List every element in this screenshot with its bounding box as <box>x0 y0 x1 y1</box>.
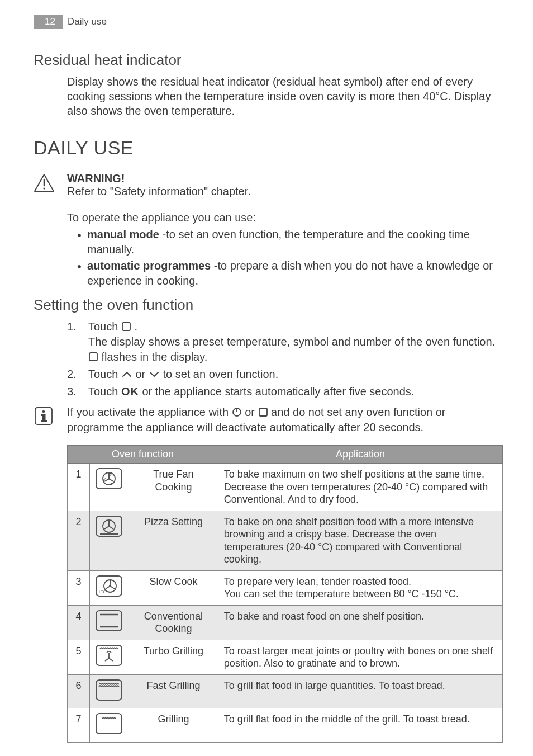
svg-rect-30 <box>96 714 122 734</box>
oven-symbol-slow-icon: LTC <box>89 570 129 605</box>
warning-icon <box>34 173 55 192</box>
oven-symbol-pizza-icon <box>89 511 129 570</box>
svg-point-2 <box>43 187 45 189</box>
function-square-icon <box>258 407 268 417</box>
svg-text:LTC: LTC <box>99 590 106 594</box>
svg-rect-12 <box>259 408 267 416</box>
bullet-auto: automatic programmes -to prepare a dish … <box>77 258 499 289</box>
row-number: 1 <box>68 464 90 511</box>
oven-symbol-fastgrill-icon <box>89 674 129 708</box>
table-row: 6Fast GrillingTo grill flat food in larg… <box>68 674 503 708</box>
oven-symbol-fan-icon <box>89 464 129 511</box>
bullet-manual: manual mode -to set an oven function, th… <box>77 227 499 257</box>
step-3: 3. Touch OK or the appliance starts auto… <box>67 384 499 399</box>
function-application: To bake maximum on two shelf positions a… <box>218 464 502 511</box>
table-header-function: Oven function <box>68 446 218 464</box>
setting-heading: Setting the oven function <box>34 296 499 314</box>
header-rule <box>34 31 499 31</box>
operate-intro: To operate the appliance you can use: <box>67 210 499 225</box>
info-icon <box>34 406 54 426</box>
page-header-title: Daily use <box>68 16 107 27</box>
info-block: If you activate the appliance with or an… <box>34 405 499 435</box>
function-name: Conventional Cooking <box>129 605 218 640</box>
page-header: 12 Daily use <box>34 15 499 29</box>
table-header-application: Application <box>218 446 502 464</box>
function-application: To bake on one shelf position food with … <box>218 511 502 570</box>
ok-icon: OK <box>121 385 139 398</box>
svg-rect-8 <box>41 414 45 416</box>
function-application: To roast larger meat joints or poultry w… <box>218 640 502 674</box>
power-icon <box>232 407 242 417</box>
function-application: To prepare very lean, tender roasted foo… <box>218 570 502 605</box>
function-application: To bake and roast food on one shelf posi… <box>218 605 502 640</box>
mode-bullets: manual mode -to set an oven function, th… <box>77 227 499 289</box>
function-square-icon <box>88 352 98 362</box>
function-application: To grill flat food in the middle of the … <box>218 708 502 743</box>
page-number-tab: 12 <box>34 15 63 29</box>
oven-symbol-grill-icon <box>89 708 129 743</box>
step-1: 1. Touch . The display shows a preset te… <box>67 319 499 365</box>
table-row: 4Conventional CookingTo bake and roast f… <box>68 605 503 640</box>
table-row: 7GrillingTo grill flat food in the middl… <box>68 708 503 743</box>
function-name: True Fan Cooking <box>129 464 218 511</box>
table-row: 3LTCSlow CookTo prepare very lean, tende… <box>68 570 503 605</box>
warning-block: WARNING! Refer to "Safety information" c… <box>34 172 499 198</box>
svg-rect-3 <box>122 323 130 330</box>
row-number: 4 <box>68 605 90 640</box>
table-row: 1True Fan CookingTo bake maximum on two … <box>68 464 503 511</box>
daily-use-heading: DAILY USE <box>34 137 499 159</box>
row-number: 6 <box>68 674 90 708</box>
table-row: 5Turbo GrillingTo roast larger meat join… <box>68 640 503 674</box>
oven-symbol-conventional-icon <box>89 605 129 640</box>
svg-point-6 <box>42 410 45 413</box>
oven-function-table: Oven function Application 1True Fan Cook… <box>67 445 503 743</box>
function-name: Turbo Grilling <box>129 640 218 674</box>
function-name: Slow Cook <box>129 570 218 605</box>
svg-rect-24 <box>96 611 122 631</box>
svg-rect-4 <box>89 353 97 361</box>
residual-heat-heading: Residual heat indicator <box>34 51 499 69</box>
chevron-up-icon <box>121 370 132 378</box>
row-number: 2 <box>68 511 90 570</box>
function-name: Fast Grilling <box>129 674 218 708</box>
step-2: 2. Touch or to set an oven function. <box>67 367 499 382</box>
residual-heat-para: Display shows the residual heat indicato… <box>67 74 499 118</box>
warning-label: WARNING! <box>67 172 499 185</box>
function-square-icon <box>121 322 131 332</box>
function-application: To grill flat food in large quantities. … <box>218 674 502 708</box>
function-name: Pizza Setting <box>129 511 218 570</box>
function-name: Grilling <box>129 708 218 743</box>
oven-symbol-turbo-icon <box>89 640 129 674</box>
table-row: 2Pizza SettingTo bake on one shelf posit… <box>68 511 503 570</box>
row-number: 3 <box>68 570 90 605</box>
warning-text: Refer to "Safety information" chapter. <box>67 185 499 198</box>
row-number: 7 <box>68 708 90 743</box>
steps-list: 1. Touch . The display shows a preset te… <box>67 319 499 399</box>
chevron-down-icon <box>149 370 160 378</box>
svg-rect-9 <box>41 420 47 422</box>
row-number: 5 <box>68 640 90 674</box>
